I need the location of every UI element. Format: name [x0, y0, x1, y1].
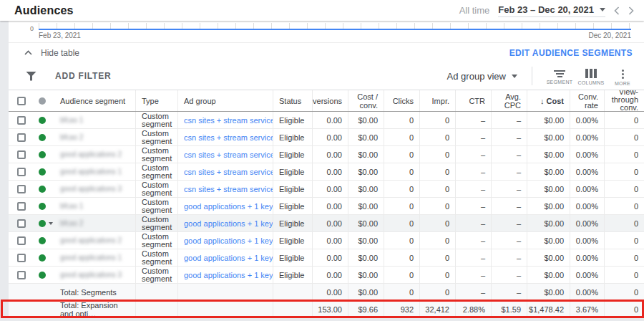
- metric-cell: $0.00: [527, 163, 570, 180]
- ad-group-link[interactable]: csn sites + stream services: [184, 133, 273, 142]
- metric-cell: 0: [605, 215, 644, 231]
- audience-segment-name-redacted[interactable]: good applications 2: [60, 150, 122, 158]
- hide-table-toggle[interactable]: Hide table: [24, 48, 79, 58]
- row-checkbox[interactable]: [17, 150, 26, 159]
- row-checkbox[interactable]: [17, 185, 26, 193]
- audience-segment-name-redacted[interactable]: good applications 3: [60, 271, 122, 279]
- next-period-chevron-icon[interactable]: [628, 6, 634, 15]
- column-header-impr[interactable]: Impr.: [420, 90, 456, 111]
- ad-group-link[interactable]: good applications + 1 keyword: [184, 219, 273, 228]
- metric-cell: 0: [605, 284, 644, 300]
- status-cell: Eligible: [273, 146, 313, 163]
- row-checkbox[interactable]: [17, 254, 26, 262]
- metric-cell: 0: [384, 232, 420, 249]
- ad-group-link[interactable]: csn sites + stream services: [184, 116, 273, 125]
- row-checkbox[interactable]: [17, 219, 26, 228]
- audience-segment-name-redacted[interactable]: bfcas 2: [60, 133, 83, 141]
- ad-group-link[interactable]: good applications + 1 keyword: [184, 236, 273, 245]
- column-header-conv-rate[interactable]: Conv. rate: [570, 90, 605, 111]
- chart-x-axis: Feb 23, 2021 Dec 20, 2021: [39, 32, 631, 39]
- audience-segment-name-redacted[interactable]: bfcas 1: [60, 116, 83, 124]
- audience-segment-name-redacted[interactable]: bfcas 2: [60, 219, 83, 227]
- column-header-clicks[interactable]: Clicks: [384, 90, 420, 111]
- more-vertical-dots-icon: [622, 69, 624, 79]
- metric-cell: $0.00: [527, 249, 570, 266]
- ad-group-link[interactable]: csn sites + stream services: [184, 168, 273, 176]
- date-range-selector[interactable]: Feb 23 – Dec 20, 2021: [498, 4, 605, 17]
- metric-cell: 0.00%: [570, 232, 605, 249]
- status-enabled-dot-icon: [39, 237, 46, 244]
- ad-group-link[interactable]: good applications + 1 keyword: [184, 202, 273, 211]
- table-row: bfcas 2Custom segmentgood applications +…: [9, 215, 644, 232]
- metric-cell: 0: [384, 181, 420, 197]
- metric-cell: 0.00%: [570, 146, 605, 163]
- metric-cell: 0: [420, 112, 456, 128]
- audience-segment-name-redacted[interactable]: good applications 2: [60, 236, 122, 244]
- filter-toolbar: ADD FILTER Ad group view SEGMENT COLUMNS…: [9, 62, 644, 90]
- metric-cell: 0: [420, 163, 456, 180]
- table-row: good applications 2Custom segmentgood ap…: [9, 232, 644, 249]
- sort-descending-arrow-icon: ↓: [540, 97, 545, 105]
- row-checkbox[interactable]: [17, 116, 26, 125]
- column-header-avg-cpc[interactable]: Avg. CPC: [492, 90, 527, 111]
- status-cell: Eligible: [273, 198, 313, 214]
- column-header-view-through-conv[interactable]: View-through conv.: [605, 90, 644, 111]
- segment-button[interactable]: SEGMENT: [544, 68, 575, 85]
- chart-y-axis-zero: 0: [30, 25, 34, 32]
- metric-cell: –: [492, 146, 527, 163]
- metric-cell: 0.00%: [570, 198, 605, 214]
- type-cell: Custom segment: [136, 198, 178, 214]
- metric-cell: 0: [420, 129, 456, 145]
- metric-cell: $1.59: [492, 301, 527, 317]
- table-row: bfcas 1Custom segmentcsn sites + stream …: [9, 112, 644, 129]
- metric-cell: $0.00: [348, 129, 384, 145]
- type-cell: Custom segment: [136, 232, 178, 249]
- metric-cell: 0: [605, 267, 644, 283]
- expand-caret-icon[interactable]: [49, 222, 53, 227]
- row-checkbox[interactable]: [17, 202, 26, 211]
- status-cell: Eligible: [273, 129, 313, 145]
- columns-button[interactable]: COLUMNS: [575, 67, 607, 85]
- column-header-type[interactable]: Type: [136, 90, 178, 111]
- audience-segment-name-redacted[interactable]: good applications 1: [60, 254, 122, 262]
- metric-cell: 0: [384, 284, 420, 300]
- row-checkbox[interactable]: [17, 236, 26, 245]
- type-cell: Custom segment: [136, 215, 178, 231]
- ad-group-link[interactable]: good applications + 1 keyword: [184, 271, 273, 279]
- previous-period-chevron-icon[interactable]: [614, 6, 620, 15]
- column-header-ctr[interactable]: CTR: [456, 90, 492, 111]
- status-filter-dot-icon[interactable]: [39, 97, 46, 105]
- status-cell: Eligible: [273, 181, 313, 197]
- column-header-status[interactable]: Status: [273, 90, 313, 111]
- select-all-checkbox[interactable]: [17, 97, 26, 105]
- row-checkbox[interactable]: [17, 168, 26, 176]
- more-button[interactable]: MORE: [607, 67, 638, 86]
- metric-cell: –: [456, 198, 492, 214]
- audience-segment-name-redacted[interactable]: good applications 3: [60, 185, 122, 193]
- chart-start-date: Feb 23, 2021: [39, 32, 81, 39]
- audience-segment-name-redacted[interactable]: bfcas 1: [60, 202, 83, 210]
- main-content: 0 Feb 23, 2021 Dec 20, 2021 Hide table E…: [9, 21, 644, 318]
- edit-audience-segments-link[interactable]: EDIT AUDIENCE SEGMENTS: [509, 48, 633, 58]
- metric-cell: 0: [384, 249, 420, 266]
- column-header-cost[interactable]: ↓ Cost: [527, 90, 570, 111]
- view-selector-dropdown[interactable]: Ad group view: [447, 71, 517, 82]
- ad-group-link[interactable]: csn sites + stream services: [184, 185, 273, 193]
- total-row-highlighted: Total: Expansion and opti…153.00$9.66932…: [9, 301, 644, 318]
- table-toolbar-right: Ad group view SEGMENT COLUMNS MORE: [447, 67, 638, 86]
- column-header-cost-per-conv[interactable]: Cost / conv.: [348, 90, 384, 111]
- performance-chart: 0 Feb 23, 2021 Dec 20, 2021: [9, 21, 644, 42]
- row-checkbox[interactable]: [17, 271, 26, 279]
- columns-icon: [585, 69, 597, 78]
- metric-cell: 0.00: [313, 249, 348, 266]
- ad-group-link[interactable]: good applications + 1 keyword: [184, 254, 273, 262]
- audience-segment-name-redacted[interactable]: good applications 1: [60, 168, 122, 176]
- column-header-audience-segment[interactable]: Audience segment: [54, 90, 136, 111]
- row-checkbox[interactable]: [17, 133, 26, 142]
- ad-group-link[interactable]: csn sites + stream services: [184, 150, 273, 159]
- add-filter-button[interactable]: ADD FILTER: [26, 71, 111, 81]
- column-header-ad-group[interactable]: Ad group: [178, 90, 273, 111]
- column-header-conversions[interactable]: Conversions: [313, 90, 348, 111]
- page-title: Audiences: [14, 4, 74, 17]
- date-range-controls: All time Feb 23 – Dec 20, 2021: [459, 4, 634, 17]
